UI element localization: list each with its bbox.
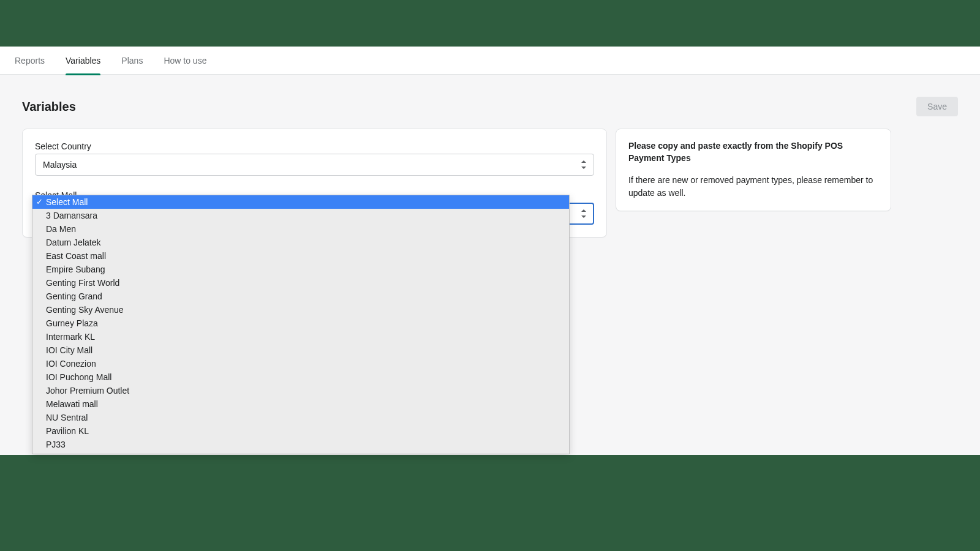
mall-option[interactable]: IOI City Mall xyxy=(32,343,569,357)
tab-bar: Reports Variables Plans How to use xyxy=(0,47,980,75)
info-body: If there are new or removed payment type… xyxy=(628,174,878,200)
tab-how-to-use[interactable]: How to use xyxy=(164,47,206,75)
tab-reports[interactable]: Reports xyxy=(15,47,45,75)
tab-plans[interactable]: Plans xyxy=(121,47,143,75)
mall-option[interactable]: IOI Puchong Mall xyxy=(32,370,569,384)
page-header: Variables Save xyxy=(22,97,958,116)
info-heading: Please copy and paste exactly from the S… xyxy=(628,140,878,164)
mall-option[interactable]: Intermark KL xyxy=(32,330,569,343)
mall-option[interactable]: Gurney Plaza xyxy=(32,317,569,330)
mall-option[interactable]: Melawati mall xyxy=(32,397,569,411)
country-select[interactable]: Malaysia xyxy=(35,154,594,176)
info-card: Please copy and paste exactly from the S… xyxy=(616,129,891,211)
country-label: Select Country xyxy=(35,141,594,151)
mall-option[interactable]: East Coast mall xyxy=(32,249,569,263)
mall-option[interactable]: Queensway Mall xyxy=(32,451,569,454)
top-banner xyxy=(0,0,980,47)
mall-option[interactable]: Empire Subang xyxy=(32,263,569,276)
mall-option[interactable]: IOI Conezion xyxy=(32,357,569,370)
save-button[interactable]: Save xyxy=(916,97,958,116)
mall-option[interactable]: Genting First World xyxy=(32,276,569,290)
mall-dropdown[interactable]: Select Mall 3 Damansara Da Men Datum Jel… xyxy=(32,195,570,454)
mall-option[interactable]: Johor Premium Outlet xyxy=(32,384,569,397)
mall-option[interactable]: Datum Jelatek xyxy=(32,236,569,249)
mall-option[interactable]: Genting Sky Avenue xyxy=(32,303,569,317)
mall-option[interactable]: Genting Grand xyxy=(32,290,569,303)
mall-option[interactable]: NU Sentral xyxy=(32,411,569,424)
mall-option[interactable]: Pavilion KL xyxy=(32,424,569,438)
mall-option[interactable]: PJ33 xyxy=(32,438,569,451)
mall-option[interactable]: Da Men xyxy=(32,222,569,236)
bottom-banner xyxy=(0,455,980,551)
tab-variables[interactable]: Variables xyxy=(66,47,100,75)
page-title: Variables xyxy=(22,100,76,114)
country-select-wrap: Malaysia xyxy=(35,154,594,176)
mall-option[interactable]: 3 Damansara xyxy=(32,209,569,222)
mall-option[interactable]: Select Mall xyxy=(32,195,569,209)
